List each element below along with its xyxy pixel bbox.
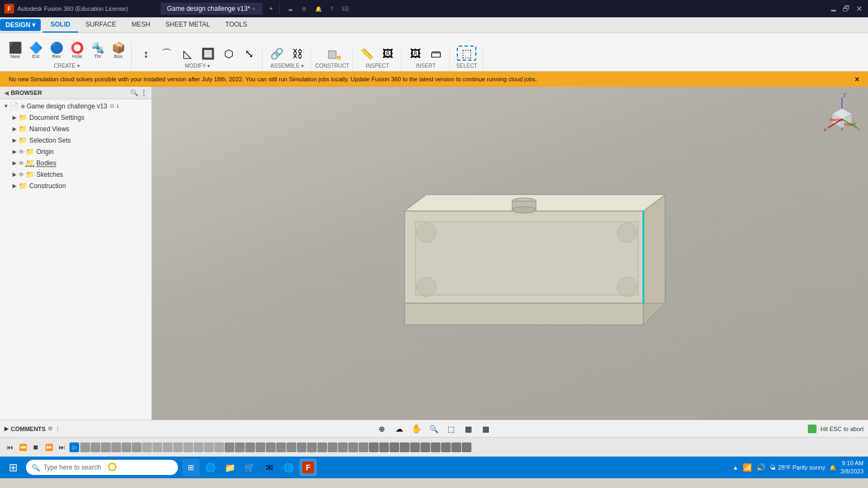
tree-arrow-named[interactable]: ▶ xyxy=(11,125,18,133)
history-step-36[interactable] xyxy=(441,442,451,452)
history-step-2[interactable] xyxy=(91,442,100,452)
history-step-35[interactable] xyxy=(431,442,441,452)
tree-arrow-root[interactable]: ▼ xyxy=(2,102,10,110)
notification-count-icon[interactable]: 🔔 xyxy=(829,465,836,471)
select-btn[interactable]: ⬚ xyxy=(457,46,476,61)
history-step-27[interactable] xyxy=(348,442,358,452)
chamfer-btn[interactable]: ◺ xyxy=(177,47,197,61)
timeline-marker-active[interactable]: ▷ xyxy=(69,442,79,452)
tree-item-bodies[interactable]: ▶ 👁 📁 Bodies xyxy=(0,157,151,169)
history-step-9[interactable] xyxy=(163,442,173,452)
tree-item-doc-settings[interactable]: ▶ 📁 Document Settings xyxy=(0,112,151,123)
tree-arrow-selection[interactable]: ▶ xyxy=(11,137,18,144)
history-step-33[interactable] xyxy=(410,442,420,452)
help-icon[interactable]: ? xyxy=(327,5,337,13)
fillet-btn[interactable]: ⌒ xyxy=(157,47,176,61)
browser-menu-icon[interactable]: ⋮ xyxy=(141,89,147,97)
history-step-20[interactable] xyxy=(276,442,286,452)
press-pull-btn[interactable]: ↕ xyxy=(136,47,156,61)
nav-hand-btn[interactable]: ✋ xyxy=(410,422,424,436)
viewport-3d[interactable]: Z FRONT RIGHT X Y xyxy=(152,87,868,420)
tab-surface[interactable]: SURFACE xyxy=(78,17,124,33)
box-btn[interactable]: 📦 Box xyxy=(108,41,128,61)
hole-btn[interactable]: ⭕ Hole xyxy=(67,41,87,61)
taskbar-app-store[interactable]: 🛒 xyxy=(241,459,258,476)
history-step-28[interactable] xyxy=(359,442,368,452)
timeline-prev-btn[interactable]: ⏪ xyxy=(17,442,28,453)
taskbar-app-fusion[interactable]: F xyxy=(299,459,317,476)
insert-btn1[interactable]: 🖼 xyxy=(406,47,425,61)
history-step-8[interactable] xyxy=(152,442,162,452)
taskbar-app-edge[interactable]: 🌐 xyxy=(202,459,219,476)
history-step-4[interactable] xyxy=(111,442,121,452)
history-step-25[interactable] xyxy=(328,442,337,452)
history-step-24[interactable] xyxy=(317,442,327,452)
root-settings-gear[interactable]: ⚙ xyxy=(110,103,114,109)
tree-arrow-doc[interactable]: ▶ xyxy=(11,114,18,121)
systray-expand-btn[interactable]: ▲ xyxy=(732,464,738,471)
comments-gear-icon[interactable]: ⚙ xyxy=(48,426,53,432)
nav-pan-btn[interactable]: ☁ xyxy=(392,422,406,436)
add-tab-btn[interactable]: + xyxy=(263,3,280,15)
nav-grid-btn[interactable]: ▦ xyxy=(462,422,476,436)
tab-mesh[interactable]: MESH xyxy=(124,17,158,33)
history-step-7[interactable] xyxy=(142,442,152,452)
taskbar-app-explorer[interactable]: 📁 xyxy=(221,459,239,476)
history-step-37[interactable] xyxy=(451,442,461,452)
history-step-16[interactable] xyxy=(235,442,245,452)
taskbar-app-multitasking[interactable]: ⊞ xyxy=(182,459,200,476)
thread-btn[interactable]: 🔩 Thr xyxy=(88,41,107,61)
nav-zoom-btn[interactable]: 🔍 xyxy=(427,422,441,436)
tree-arrow-bodies[interactable]: ▶ xyxy=(11,159,18,167)
tree-arrow-sketches[interactable]: ▶ xyxy=(11,171,18,178)
tree-item-sketches[interactable]: ▶ 👁 📁 Sketches xyxy=(0,169,151,180)
comments-resize-icon[interactable]: ⋮ xyxy=(55,426,60,432)
history-step-38[interactable] xyxy=(462,442,471,452)
history-step-19[interactable] xyxy=(266,442,276,452)
tab-solid[interactable]: SOLID xyxy=(43,17,78,33)
history-step-6[interactable] xyxy=(132,442,142,452)
revolve-btn[interactable]: 🔵 Rev xyxy=(47,41,66,61)
tab-close-btn[interactable]: × xyxy=(252,6,256,12)
taskbar-clock[interactable]: 9:10 AM 3/8/2023 xyxy=(840,459,864,476)
history-step-15[interactable] xyxy=(225,442,234,452)
measure-btn[interactable]: 📏 xyxy=(358,47,377,61)
settings-icon[interactable]: ⚙ xyxy=(298,5,310,13)
history-step-26[interactable] xyxy=(338,442,348,452)
tree-arrow-construction[interactable]: ▶ xyxy=(11,182,18,190)
viewcube[interactable]: Z FRONT RIGHT X Y xyxy=(820,91,864,134)
history-step-1[interactable] xyxy=(80,442,90,452)
nav-fit-btn[interactable]: ⬚ xyxy=(444,422,458,436)
timeline-start-btn[interactable]: ⏮ xyxy=(4,442,15,453)
tree-item-construction[interactable]: ▶ 📁 Construction xyxy=(0,180,151,191)
timeline-next-btn[interactable]: ⏩ xyxy=(43,442,54,453)
history-step-30[interactable] xyxy=(379,442,389,452)
history-step-22[interactable] xyxy=(297,442,307,452)
tree-item-named-views[interactable]: ▶ 📁 Named Views xyxy=(0,123,151,134)
taskbar-app-chrome[interactable]: 🌐 xyxy=(280,459,297,476)
browser-search-icon[interactable]: 🔍 xyxy=(130,89,138,97)
notification-close-btn[interactable]: × xyxy=(855,75,859,84)
history-step-21[interactable] xyxy=(286,442,296,452)
history-step-12[interactable] xyxy=(194,442,203,452)
assemble-btn2[interactable]: ⛓ xyxy=(288,47,307,61)
construct-btn1[interactable]: ▨ C xyxy=(322,47,342,61)
close-btn[interactable]: ✕ xyxy=(855,4,864,13)
new-component-btn[interactable]: ⬛ New xyxy=(5,41,25,61)
history-step-31[interactable] xyxy=(390,442,399,452)
tab-tools[interactable]: TOOLS xyxy=(218,17,254,33)
tree-arrow-origin[interactable]: ▶ xyxy=(11,148,18,156)
history-step-34[interactable] xyxy=(420,442,430,452)
network-icon[interactable]: 📶 xyxy=(743,463,752,472)
taskbar-app-mail[interactable]: ✉ xyxy=(260,459,278,476)
design-mode-btn[interactable]: DESIGN ▾ xyxy=(0,19,41,31)
history-step-23[interactable] xyxy=(307,442,317,452)
extrude-btn[interactable]: 🔷 Ext xyxy=(26,41,46,61)
nav-display-btn[interactable]: ▦ xyxy=(479,422,493,436)
insert-btn2[interactable]: 🗃 xyxy=(426,47,446,61)
history-step-29[interactable] xyxy=(369,442,379,452)
bell-icon[interactable]: 🔔 xyxy=(312,5,325,13)
maximize-btn[interactable]: 🗗 xyxy=(842,4,851,13)
root-info-icon[interactable]: ℹ xyxy=(117,103,119,109)
timeline-end-btn[interactable]: ⏭ xyxy=(56,442,67,453)
